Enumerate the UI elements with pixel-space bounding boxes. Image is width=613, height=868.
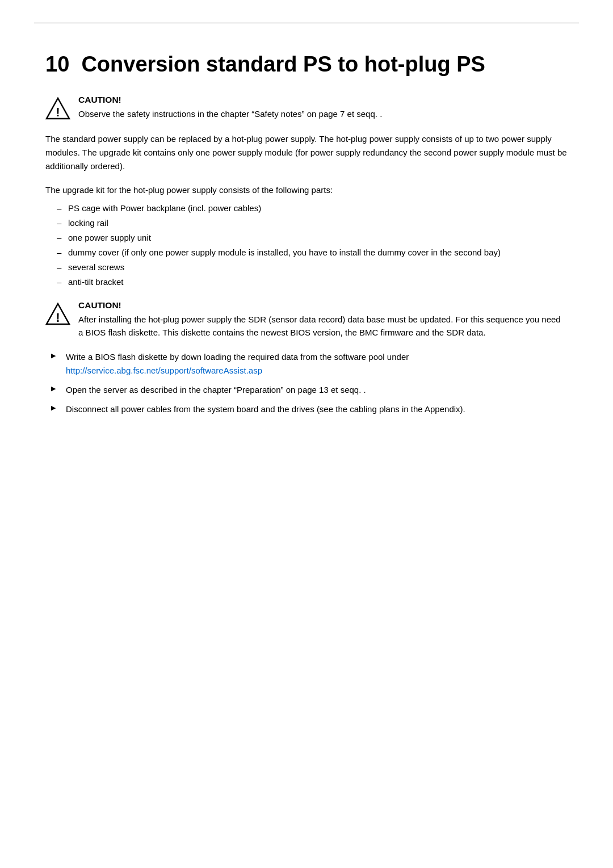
list-item: several screws — [57, 261, 568, 274]
svg-text:!: ! — [56, 311, 60, 325]
page-container: 10 Conversion standard PS to hot-plug PS… — [0, 23, 613, 868]
dash-list: PS cage with Power backplane (incl. powe… — [45, 202, 568, 289]
bullet-item-1-text: Write a BIOS flash diskette by down load… — [66, 352, 409, 362]
list-item: PS cage with Power backplane (incl. powe… — [57, 202, 568, 215]
software-assist-link[interactable]: http://service.abg.fsc.net/support/softw… — [66, 366, 262, 375]
caution-box-2: ! CAUTION! After installing the hot-plug… — [45, 300, 568, 339]
content-area: 10 Conversion standard PS to hot-plug PS… — [0, 23, 613, 467]
caution-text-2: After installing the hot-plug power supp… — [78, 313, 568, 339]
caution-box-1: ! CAUTION! Observe the safety instructio… — [45, 95, 568, 121]
caution-label-1: CAUTION! — [78, 95, 568, 105]
caution-icon-1: ! — [45, 96, 70, 121]
bullet-item-1: Write a BIOS flash diskette by down load… — [51, 350, 568, 378]
bullet-list: Write a BIOS flash diskette by down load… — [45, 350, 568, 416]
caution-content-2: CAUTION! After installing the hot-plug p… — [78, 300, 568, 339]
list-item: dummy cover (if only one power supply mo… — [57, 246, 568, 259]
intro-paragraph: The standard power supply can be replace… — [45, 132, 568, 173]
chapter-title-text: Conversion standard PS to hot-plug PS — [81, 52, 485, 76]
bullet-item-3: Disconnect all power cables from the sys… — [51, 402, 568, 416]
list-item: anti-tilt bracket — [57, 275, 568, 289]
chapter-number: 10 — [45, 52, 69, 76]
list-intro: The upgrade kit for the hot-plug power s… — [45, 183, 568, 197]
list-item: locking rail — [57, 216, 568, 230]
chapter-title: 10 Conversion standard PS to hot-plug PS — [45, 52, 568, 78]
bullet-item-2: Open the server as described in the chap… — [51, 383, 568, 397]
caution-icon-2: ! — [45, 301, 70, 326]
caution-text-1: Observe the safety instructions in the c… — [78, 107, 568, 120]
caution-label-2: CAUTION! — [78, 300, 568, 311]
caution-content-1: CAUTION! Observe the safety instructions… — [78, 95, 568, 120]
list-item: one power supply unit — [57, 231, 568, 245]
svg-text:!: ! — [56, 105, 60, 119]
